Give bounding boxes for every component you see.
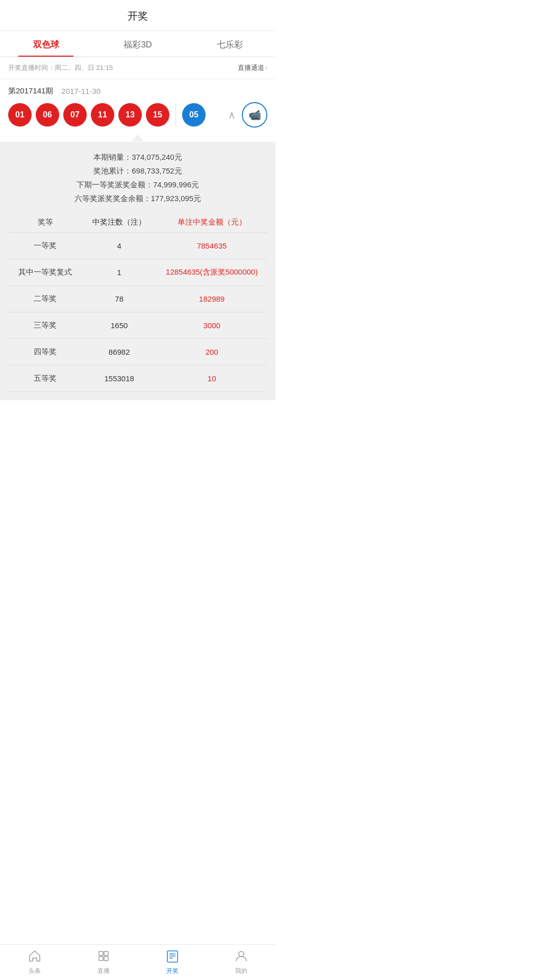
prize-amount-6: 10 bbox=[156, 374, 267, 383]
table-row: 四等奖 86982 200 bbox=[8, 339, 267, 365]
red-ball-4: 11 bbox=[91, 103, 114, 127]
prize-count-6: 1553018 bbox=[82, 374, 156, 383]
period-date: 2017-11-30 bbox=[61, 87, 101, 95]
stat-line-1: 本期销量：374,075,240元 bbox=[8, 150, 267, 164]
table-row: 二等奖 78 182989 bbox=[8, 286, 267, 312]
prize-count-3: 78 bbox=[82, 295, 156, 303]
prize-amount-2: 12854635(含派奖5000000) bbox=[156, 267, 267, 277]
prize-amount-5: 200 bbox=[156, 348, 267, 356]
period-section: 第2017141期 2017-11-30 01 06 07 11 13 15 0… bbox=[0, 79, 276, 135]
prize-name-5: 四等奖 bbox=[8, 347, 82, 357]
prize-name-2: 其中一等奖复式 bbox=[8, 267, 82, 277]
tab-bar: 双色球 福彩3D 七乐彩 bbox=[0, 31, 276, 57]
prize-count-4: 1650 bbox=[82, 321, 156, 330]
ball-divider bbox=[176, 103, 176, 127]
table-header: 奖等 中奖注数（注） 单注中奖金额（元） bbox=[8, 212, 267, 233]
red-ball-5: 13 bbox=[118, 103, 142, 127]
prize-amount-3: 182989 bbox=[156, 295, 267, 303]
prize-count-2: 1 bbox=[82, 268, 156, 277]
balls-right-controls: ∧ 📹 bbox=[228, 102, 267, 128]
period-number: 第2017141期 bbox=[8, 86, 53, 96]
red-ball-2: 06 bbox=[36, 103, 59, 127]
prize-amount-1: 7854635 bbox=[156, 241, 267, 250]
table-row: 一等奖 4 7854635 bbox=[8, 233, 267, 259]
red-ball-6: 15 bbox=[146, 103, 169, 127]
red-ball-3: 07 bbox=[63, 103, 87, 127]
broadcast-bar: 开奖直播时间：周二、四、日 21:15 直播通道 › bbox=[0, 57, 276, 79]
header-count: 中奖注数（注） bbox=[82, 217, 156, 227]
prize-name-3: 二等奖 bbox=[8, 294, 82, 304]
header-amount: 单注中奖金额（元） bbox=[156, 217, 267, 227]
expanded-panel: 本期销量：374,075,240元 奖池累计：698,733,752元 下期一等… bbox=[0, 142, 276, 400]
broadcast-time: 开奖直播时间：周二、四、日 21:15 bbox=[8, 63, 113, 72]
chevron-right-icon: › bbox=[265, 64, 267, 71]
red-balls-group: 01 06 07 11 13 15 bbox=[8, 103, 169, 127]
video-button[interactable]: 📹 bbox=[242, 102, 267, 128]
header-prize: 奖等 bbox=[8, 217, 82, 227]
prize-count-1: 4 bbox=[82, 241, 156, 250]
prize-name-1: 一等奖 bbox=[8, 241, 82, 251]
video-camera-icon: 📹 bbox=[248, 109, 261, 121]
prize-name-6: 五等奖 bbox=[8, 374, 82, 383]
page-title: 开奖 bbox=[0, 0, 276, 31]
table-row: 其中一等奖复式 1 12854635(含派奖5000000) bbox=[8, 259, 267, 286]
prize-table: 奖等 中奖注数（注） 单注中奖金额（元） 一等奖 4 7854635 其中一等奖… bbox=[8, 212, 267, 392]
tab-shuangseqiu[interactable]: 双色球 bbox=[0, 31, 92, 57]
expand-triangle bbox=[132, 134, 144, 141]
tab-qilecai[interactable]: 七乐彩 bbox=[184, 31, 276, 57]
blue-ball: 05 bbox=[182, 103, 206, 127]
balls-row: 01 06 07 11 13 15 05 ∧ 📹 bbox=[8, 102, 267, 135]
stat-line-3: 下期一等奖派奖金额：74,999,996元 bbox=[8, 178, 267, 191]
prize-amount-4: 3000 bbox=[156, 321, 267, 330]
table-row: 三等奖 1650 3000 bbox=[8, 312, 267, 339]
red-ball-1: 01 bbox=[8, 103, 32, 127]
collapse-button[interactable]: ∧ bbox=[228, 109, 236, 121]
table-row: 五等奖 1553018 10 bbox=[8, 365, 267, 392]
stat-line-4: 六等奖派奖奖金余额：177,923,095元 bbox=[8, 191, 267, 205]
stats-block: 本期销量：374,075,240元 奖池累计：698,733,752元 下期一等… bbox=[8, 150, 267, 205]
broadcast-link[interactable]: 直播通道 › bbox=[238, 63, 267, 72]
tab-fucai3d[interactable]: 福彩3D bbox=[92, 31, 184, 57]
prize-count-5: 86982 bbox=[82, 348, 156, 356]
stat-line-2: 奖池累计：698,733,752元 bbox=[8, 164, 267, 178]
prize-name-4: 三等奖 bbox=[8, 321, 82, 330]
